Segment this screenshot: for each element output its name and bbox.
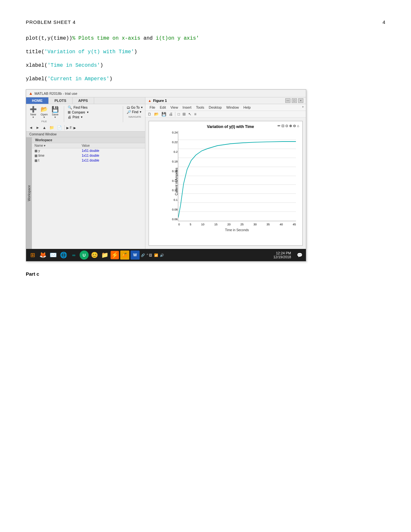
navigate-section-label: NAVIGATE [127, 115, 143, 118]
taskbar-app1[interactable]: ⚡ [111, 251, 119, 259]
code-comment2: i(t)on y axis' [153, 35, 199, 41]
find-files-label[interactable]: Find Files [73, 106, 87, 109]
menu-edit[interactable]: Edit [158, 105, 168, 110]
home-icon[interactable]: ⌂ [297, 124, 299, 128]
y-tick: 0.18 [167, 160, 178, 163]
fig-new-btn[interactable]: 🗋 [147, 112, 152, 117]
code-text: ) [134, 49, 137, 55]
taskbar-files[interactable]: 📁 [100, 251, 109, 260]
compare-icon: ⊞ [68, 110, 71, 114]
fig-print-btn[interactable]: 🖨 [168, 112, 174, 117]
chart-line [178, 142, 296, 218]
goto-row: 🗂 Go To ▼ [127, 105, 143, 109]
find-icon: 🔎 [127, 110, 131, 114]
print-label[interactable]: Print [73, 115, 79, 119]
taskbar-word[interactable]: W [131, 251, 140, 260]
menu-view[interactable]: View [168, 105, 181, 110]
ribbon-file-group: ➕ New ▼ 📂 Open ▼ 💾 Save ▼ [28, 105, 60, 123]
taskbar-arduino[interactable]: ∞ [69, 251, 78, 260]
compare-arrow: ▼ [86, 111, 89, 114]
taskbar-emoji[interactable]: 😊 [90, 251, 99, 260]
folder-icon: 📁 [48, 125, 55, 131]
taskbar-chrome[interactable]: 🌐 [59, 251, 68, 260]
grid-icon-y: ▦ [34, 149, 37, 153]
new-button[interactable]: ➕ New ▼ [28, 105, 38, 119]
fig-cursor-btn[interactable]: ↖ [187, 112, 192, 117]
ribbon-content: ➕ New ▼ 📂 Open ▼ 💾 Save ▼ [26, 104, 145, 124]
file-section-label: FILE [42, 120, 47, 123]
x-tick: 35 [267, 223, 270, 226]
taskbar-sys-icons: 🔗 ^ 🖼 📶 🔊 [141, 253, 164, 257]
fig-grid-btn[interactable]: ⊞ [181, 112, 187, 117]
figure-window: ▲ Figure 1 — □ × File Edit View Insert T… [145, 97, 306, 249]
open-label: Open [41, 113, 48, 116]
y-tick: 0.12 [167, 189, 178, 192]
taskbar-matlab[interactable]: 🍊 [120, 251, 129, 260]
page-header: PROBLEM SHEET 4 4 [26, 19, 385, 25]
save-button[interactable]: 💾 Save ▼ [50, 105, 60, 119]
open-icon: 📂 [41, 106, 48, 112]
compare-label[interactable]: Compare [72, 111, 85, 114]
open-button[interactable]: 📂 Open ▼ [39, 105, 49, 119]
menu-desktop[interactable]: Desktop [207, 105, 224, 110]
menu-help[interactable]: Help [241, 105, 253, 110]
fig-zoom-btn[interactable]: □ [177, 112, 181, 117]
tab-apps[interactable]: APPS [73, 97, 94, 104]
figure-chart-area: ✏ ⊡ ⊙ ⊕ ⊖ ⌂ Variation of y(t) with Time … [145, 118, 306, 249]
menu-insert[interactable]: Insert [180, 105, 194, 110]
clock-date: 12/19/2018 [273, 255, 291, 259]
copy-icon[interactable]: ⊙ [285, 124, 288, 128]
y-ticks: 0.06 0.08 0.1 0.12 0.14 0.16 0.18 0.2 0.… [167, 131, 178, 221]
fit-icon[interactable]: ⊡ [281, 124, 284, 128]
menu-window[interactable]: Window [224, 105, 241, 110]
taskbar-mail[interactable]: ✉️ [49, 251, 58, 260]
save-icon: 💾 [52, 106, 59, 112]
forward-button[interactable]: ► [35, 125, 41, 131]
maximize-button[interactable]: □ [292, 98, 297, 103]
var-value-t: 1x11 double [79, 158, 145, 163]
chart-container: ✏ ⊡ ⊙ ⊕ ⊖ ⌂ Variation of y(t) with Time … [149, 121, 303, 246]
code-text: title( [26, 49, 44, 55]
toolbar-sep [64, 125, 65, 130]
find-label[interactable]: Find [132, 110, 138, 114]
figure-title-left: ▲ Figure 1 [148, 99, 167, 103]
x-tick: 10 [201, 223, 204, 226]
close-button[interactable]: × [298, 98, 303, 103]
tab-home[interactable]: HOME [26, 97, 49, 104]
matlab-title: MATLAB R2018b - trial use [34, 92, 77, 95]
code-string: 'Variation of y(t) with Time' [44, 49, 134, 55]
find-row: 🔎 Find ▼ [127, 110, 143, 114]
taskbar-u[interactable]: U [80, 251, 89, 260]
taskbar-firefox[interactable]: 🦊 [38, 251, 47, 260]
chart-xlabel: Time in Seconds [178, 228, 296, 232]
ribbon-action-row2: ⊞ Compare ▼ [68, 110, 119, 114]
chart-wrapper: Current in Amperes [178, 131, 296, 232]
new-label: New [30, 113, 36, 116]
zoom-in-icon[interactable]: ⊕ [289, 124, 292, 128]
y-tick: 0.14 [167, 179, 178, 182]
var-value-y: 1x51 double [79, 148, 145, 153]
tab-plots[interactable]: PLOTS [49, 97, 73, 104]
goto-label[interactable]: Go To [131, 106, 140, 109]
fig-list-btn[interactable]: ≡ [193, 112, 197, 117]
menu-file[interactable]: File [147, 105, 158, 110]
edit-icon[interactable]: ✏ [278, 124, 280, 128]
minimize-button[interactable]: — [285, 98, 290, 103]
page-number: 4 [383, 19, 385, 25]
menu-tools[interactable]: Tools [194, 105, 207, 110]
fig-open-btn[interactable]: 📂 [153, 112, 160, 117]
command-window-tab[interactable]: Command Window [26, 132, 145, 137]
up-button[interactable]: ▲ [42, 125, 47, 131]
taskbar-start[interactable]: ⊞ [28, 251, 37, 260]
table-row: ▦y 1x51 double [32, 148, 145, 153]
goto-arrow: ▼ [141, 106, 143, 109]
fig-save-btn[interactable]: 💾 [161, 112, 167, 117]
workspace-side-label: Workspace [26, 137, 32, 249]
taskbar-clock: 12:24 PM 12/19/2018 [273, 251, 294, 259]
workspace-table: Name ▾ Value ▦y 1x51 double [32, 143, 145, 163]
taskbar-notification[interactable]: 💬 [295, 251, 304, 260]
back-button[interactable]: ◄ [28, 125, 34, 131]
zoom-out-icon[interactable]: ⊖ [293, 124, 296, 128]
code-line-3: xlabel('Time in Seconds') [26, 62, 385, 69]
file-icon: 📄 [56, 125, 63, 131]
